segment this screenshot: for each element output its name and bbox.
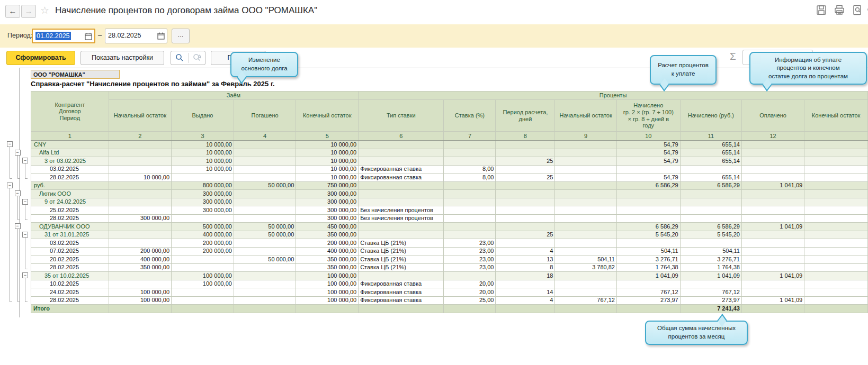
cell[interactable] <box>359 198 444 206</box>
cell[interactable]: 450 000,00 <box>296 223 359 231</box>
search-next-button[interactable] <box>189 51 205 65</box>
cell[interactable] <box>172 296 234 305</box>
cell[interactable] <box>555 181 617 190</box>
cell[interactable] <box>741 247 804 256</box>
cell[interactable]: 1 041,09 <box>741 296 804 305</box>
cell[interactable] <box>680 214 741 223</box>
cell[interactable] <box>741 149 804 157</box>
cell[interactable] <box>804 174 868 182</box>
cell[interactable] <box>680 239 741 248</box>
cell[interactable]: 200 000,00 <box>296 239 359 248</box>
cell[interactable] <box>741 214 804 223</box>
cell[interactable]: 1 764,38 <box>616 263 680 272</box>
cell[interactable]: 655,14 <box>680 174 741 182</box>
cell[interactable] <box>234 280 296 288</box>
cell[interactable]: 10 000,00 <box>296 165 359 174</box>
cell[interactable] <box>555 214 617 223</box>
cell[interactable]: 300 000,00 <box>172 198 234 206</box>
cell[interactable] <box>680 190 741 198</box>
cell[interactable] <box>680 198 741 206</box>
cell[interactable] <box>109 165 171 174</box>
cell[interactable] <box>555 174 617 182</box>
cell[interactable] <box>741 231 804 239</box>
cell[interactable] <box>804 206 868 215</box>
generate-button[interactable]: Сформировать <box>6 51 75 65</box>
cell[interactable] <box>616 305 680 313</box>
cell[interactable] <box>804 272 868 280</box>
cell[interactable]: 504,11 <box>680 247 741 256</box>
cell[interactable] <box>109 280 171 288</box>
cell[interactable]: 200 000,00 <box>109 247 171 256</box>
cell[interactable]: 1 041,09 <box>741 181 804 190</box>
cell-label[interactable]: 35 от 10.02.2025 <box>31 272 109 280</box>
cell[interactable]: 50 000,00 <box>234 223 296 231</box>
period-more-button[interactable]: ... <box>172 29 190 43</box>
cell[interactable] <box>496 141 555 149</box>
cell[interactable] <box>109 223 171 231</box>
cell-label[interactable]: Alfa Ltd <box>31 149 109 157</box>
group-collapse-button[interactable]: − <box>22 158 28 163</box>
cell[interactable]: 200 000,00 <box>172 247 234 256</box>
cell[interactable] <box>555 149 617 157</box>
show-settings-button[interactable]: Показать настройки <box>80 51 164 65</box>
cell-label[interactable]: 28.02.2025 <box>31 174 109 182</box>
cell[interactable] <box>359 141 444 149</box>
cell[interactable] <box>555 198 617 206</box>
cell-label[interactable]: Лютик ООО <box>31 190 109 198</box>
cell[interactable] <box>359 149 444 157</box>
cell[interactable]: 10 000,00 <box>296 174 359 182</box>
cell[interactable]: Ставка ЦБ (21%) <box>359 263 444 272</box>
cell[interactable] <box>680 280 741 288</box>
cell[interactable]: Фиксированная ставка <box>359 174 444 182</box>
cell[interactable] <box>741 198 804 206</box>
cell[interactable] <box>109 305 171 313</box>
cell[interactable] <box>234 165 296 174</box>
cell[interactable]: 655,14 <box>680 141 741 149</box>
cell[interactable]: 23,00 <box>444 239 496 248</box>
cell[interactable] <box>496 181 555 190</box>
cell[interactable] <box>234 206 296 215</box>
cell[interactable]: Без начисления процентов <box>359 214 444 223</box>
cell[interactable] <box>741 256 804 264</box>
cell[interactable] <box>234 288 296 297</box>
favorite-star-icon[interactable]: ☆ <box>40 4 49 16</box>
cell[interactable] <box>444 141 496 149</box>
cell[interactable] <box>172 174 234 182</box>
cell-label[interactable]: 03.02.2025 <box>31 239 109 248</box>
cell[interactable]: 1 041,09 <box>616 272 680 280</box>
group-collapse-button[interactable]: − <box>15 190 21 196</box>
cell[interactable]: 1 041,09 <box>741 223 804 231</box>
cell[interactable] <box>109 272 171 280</box>
cell[interactable] <box>741 305 804 313</box>
cell[interactable]: 25,00 <box>444 296 496 305</box>
cell[interactable] <box>109 190 171 198</box>
cell[interactable]: 100 000,00 <box>296 272 359 280</box>
cell[interactable] <box>804 223 868 231</box>
cell[interactable]: 300 000,00 <box>296 198 359 206</box>
cell[interactable]: Фиксированная ставка <box>359 280 444 288</box>
cell[interactable]: 800 000,00 <box>172 181 234 190</box>
cell[interactable] <box>234 157 296 166</box>
cell[interactable]: 300 000,00 <box>109 214 171 223</box>
cell[interactable] <box>496 206 555 215</box>
cell[interactable] <box>444 231 496 239</box>
cell-label[interactable]: Итого <box>31 305 109 313</box>
cell[interactable]: 100 000,00 <box>172 280 234 288</box>
cell[interactable] <box>804 263 868 272</box>
cell[interactable] <box>444 305 496 313</box>
cell[interactable]: 300 000,00 <box>296 214 359 223</box>
cell[interactable] <box>444 149 496 157</box>
cell[interactable] <box>109 141 171 149</box>
cell[interactable] <box>616 198 680 206</box>
cell[interactable]: 5 545,20 <box>680 231 741 239</box>
cell[interactable]: 273,97 <box>616 296 680 305</box>
cell[interactable] <box>496 149 555 157</box>
cell[interactable] <box>555 247 617 256</box>
cell[interactable]: 18 <box>496 272 555 280</box>
cell[interactable]: Ставка ЦБ (21%) <box>359 239 444 248</box>
group-collapse-button[interactable]: − <box>22 199 28 205</box>
cell[interactable] <box>234 247 296 256</box>
cell[interactable] <box>234 190 296 198</box>
cell[interactable] <box>555 223 617 231</box>
cell-label[interactable]: 07.02.2025 <box>31 247 109 256</box>
